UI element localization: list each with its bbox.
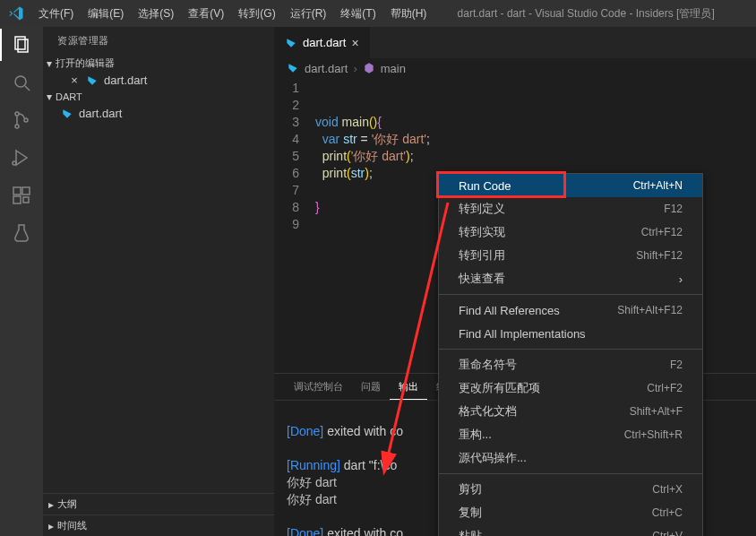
context-menu-label: 转到引用 [459, 247, 505, 264]
menu-help[interactable]: 帮助(H) [383, 1, 434, 27]
context-menu-item[interactable]: Find All Implementations [439, 322, 702, 345]
context-menu-shortcut: Shift+Alt+F [630, 405, 683, 418]
close-tab-icon[interactable]: × [351, 36, 358, 50]
context-menu-item[interactable]: Run CodeCtrl+Alt+N [439, 174, 702, 197]
sidebar: 资源管理器 打开的编辑器 × dart.dart DART dart.dart … [43, 27, 274, 536]
context-menu-label: 转到实现 [459, 224, 505, 240]
dart-file-icon [285, 37, 297, 49]
context-menu-shortcut: Shift+Alt+F12 [617, 304, 683, 316]
svg-rect-0 [15, 37, 25, 49]
context-menu-label: 重命名符号 [459, 357, 517, 373]
activity-bar [0, 27, 43, 536]
context-menu-item[interactable]: 快速查看› [439, 267, 702, 290]
context-menu-item[interactable]: 粘贴Ctrl+V [439, 524, 702, 536]
chevron-right-icon: › [353, 62, 357, 75]
extensions-icon[interactable] [11, 185, 32, 206]
svg-line-3 [25, 86, 30, 91]
context-menu-label: 剪切 [459, 481, 482, 497]
context-menu-label: 源代码操作... [459, 450, 527, 466]
timeline-section[interactable]: 时间线 [43, 514, 274, 536]
context-menu-separator [439, 473, 702, 474]
context-menu-shortcut: Ctrl+Shift+R [624, 428, 683, 441]
context-menu-shortcut: Ctrl+X [652, 483, 683, 496]
close-icon[interactable]: × [68, 73, 81, 87]
context-menu-shortcut: Shift+F12 [636, 249, 683, 262]
editor-tab[interactable]: dart.dart × [274, 27, 371, 58]
symbol-method-icon [363, 62, 375, 74]
context-menu-item[interactable]: 转到实现Ctrl+F12 [439, 220, 702, 244]
menu-view[interactable]: 查看(V) [181, 1, 231, 27]
open-editors-section[interactable]: 打开的编辑器 [43, 55, 274, 72]
line-gutter: 1 2 3 4 5 6 7 8 9 [274, 80, 315, 373]
svg-rect-8 [13, 187, 21, 195]
svg-point-6 [24, 118, 28, 122]
context-menu-shortcut: Ctrl+V [652, 530, 683, 536]
context-menu-separator [439, 349, 702, 350]
context-menu-label: 更改所有匹配项 [459, 380, 540, 396]
context-menu-item[interactable]: 复制Ctrl+C [439, 501, 702, 524]
project-section[interactable]: DART [43, 89, 274, 105]
context-menu-item[interactable]: 剪切Ctrl+X [439, 478, 702, 501]
svg-point-4 [15, 112, 19, 116]
menu-run[interactable]: 运行(R) [283, 1, 334, 27]
panel-tab-output[interactable]: 输出 [390, 375, 427, 400]
svg-point-2 [15, 76, 26, 87]
context-menu-label: 格式化文档 [459, 403, 517, 419]
menu-terminal[interactable]: 终端(T) [333, 1, 382, 27]
menu-file[interactable]: 文件(F) [31, 1, 81, 27]
context-menu-label: 粘贴 [459, 528, 482, 536]
context-menu-item[interactable]: Find All ReferencesShift+Alt+F12 [439, 298, 702, 322]
context-menu-shortcut: Ctrl+C [652, 506, 683, 519]
vscode-logo-icon [0, 5, 31, 22]
panel-tab-debug-console[interactable]: 调试控制台 [285, 375, 352, 399]
run-debug-icon[interactable] [11, 147, 32, 169]
file-tree-item[interactable]: dart.dart [43, 105, 274, 122]
chevron-right-icon [48, 520, 54, 532]
context-menu-label: 快速查看 [459, 271, 505, 287]
dart-file-icon [61, 108, 73, 120]
sidebar-title: 资源管理器 [43, 27, 274, 55]
panel-tab-problems[interactable]: 问题 [352, 375, 390, 399]
svg-rect-1 [18, 39, 28, 52]
context-menu-separator [439, 294, 702, 295]
context-menu-label: 重构... [459, 427, 492, 443]
context-menu-label: 转到定义 [459, 201, 505, 217]
context-menu-label: Find All References [459, 304, 560, 317]
menu-selection[interactable]: 选择(S) [131, 1, 181, 27]
svg-rect-11 [23, 197, 29, 203]
context-menu-item[interactable]: 转到定义F12 [439, 197, 702, 220]
search-icon[interactable] [11, 72, 32, 93]
svg-rect-9 [22, 187, 30, 195]
menu-edit[interactable]: 编辑(E) [81, 1, 131, 27]
svg-rect-10 [13, 196, 21, 203]
context-menu-item[interactable]: 更改所有匹配项Ctrl+F2 [439, 376, 702, 400]
svg-point-7 [13, 161, 16, 165]
context-menu-item[interactable]: 重构...Ctrl+Shift+R [439, 423, 702, 446]
context-menu-label: Find All Implementations [459, 327, 586, 341]
breadcrumb[interactable]: dart.dart › main [274, 58, 756, 78]
svg-point-5 [15, 125, 19, 128]
context-menu-item[interactable]: 格式化文档Shift+Alt+F [439, 400, 702, 423]
testing-icon[interactable] [11, 222, 32, 244]
context-menu-item[interactable]: 源代码操作... [439, 446, 702, 470]
context-menu-shortcut: F2 [670, 359, 683, 371]
context-menu-item[interactable]: 转到引用Shift+F12 [439, 244, 702, 267]
explorer-icon[interactable] [11, 34, 32, 56]
context-menu-shortcut: Ctrl+Alt+N [633, 179, 683, 192]
menu-go[interactable]: 转到(G) [231, 1, 282, 27]
window-title: dart.dart - dart - Visual Studio Code - … [434, 6, 756, 22]
context-menu-label: Run Code [459, 179, 511, 193]
file-tree: dart.dart [43, 105, 274, 492]
dart-file-icon [86, 74, 99, 87]
dart-file-icon [287, 62, 299, 74]
tab-bar: dart.dart × [274, 27, 756, 58]
context-menu-item[interactable]: 重命名符号F2 [439, 353, 702, 376]
context-menu-shortcut: Ctrl+F12 [641, 226, 683, 238]
outline-section[interactable]: 大纲 [43, 493, 274, 514]
chevron-right-icon [48, 498, 54, 511]
context-menu-label: 复制 [459, 505, 482, 521]
open-editor-item[interactable]: × dart.dart [43, 72, 274, 89]
context-menu-shortcut: Ctrl+F2 [647, 382, 683, 394]
source-control-icon[interactable] [11, 109, 32, 131]
menu-bar: 文件(F) 编辑(E) 选择(S) 查看(V) 转到(G) 运行(R) 终端(T… [31, 1, 434, 27]
